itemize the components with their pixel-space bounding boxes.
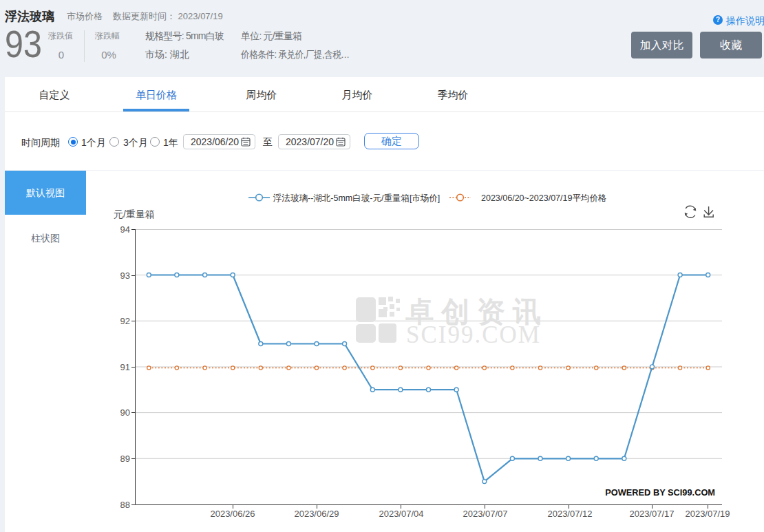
svg-text:POWERED BY SCI99.COM: POWERED BY SCI99.COM: [605, 487, 715, 498]
svg-text:89: 89: [120, 454, 130, 464]
svg-text:2023/07/12: 2023/07/12: [547, 509, 592, 519]
svg-text:元/重量箱: 元/重量箱: [114, 209, 155, 220]
svg-text:91: 91: [120, 362, 130, 372]
svg-text:2023/07/17: 2023/07/17: [629, 509, 674, 519]
svg-text:SCI99.COM: SCI99.COM: [406, 321, 541, 348]
svg-text:90: 90: [120, 407, 130, 418]
svg-text:2023/07/07: 2023/07/07: [463, 509, 507, 519]
svg-text:93: 93: [120, 270, 130, 281]
svg-text:88: 88: [120, 500, 130, 510]
svg-text:94: 94: [120, 224, 130, 235]
svg-text:92: 92: [120, 316, 130, 326]
svg-text:2023/06/29: 2023/06/29: [294, 509, 339, 519]
svg-text:2023/06/26: 2023/06/26: [210, 509, 255, 519]
svg-text:2023/07/19: 2023/07/19: [685, 509, 730, 519]
svg-text:2023/07/04: 2023/07/04: [379, 509, 423, 519]
